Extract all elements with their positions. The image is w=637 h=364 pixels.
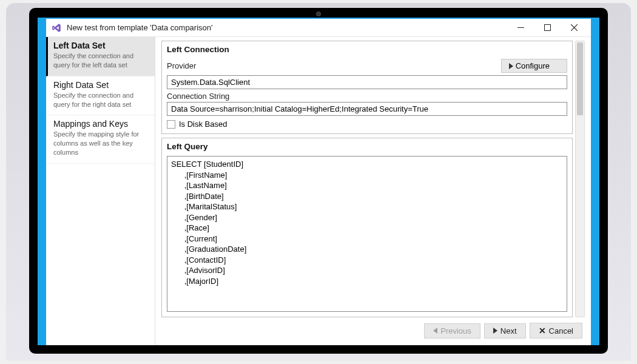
connection-string-label: Connection String bbox=[167, 92, 567, 101]
sidebar-step-left[interactable]: Left Data Set Specify the connection and… bbox=[46, 37, 155, 76]
group-title: Left Connection bbox=[167, 45, 567, 54]
query-textarea[interactable]: SELECT [StudentID] ,[FirstName] ,[LastNa… bbox=[167, 156, 567, 312]
play-icon bbox=[509, 63, 513, 69]
dialog-window: New test from template 'Data comparison' bbox=[46, 19, 591, 345]
group-title: Left Query bbox=[167, 142, 567, 151]
sidebar-step-title: Left Data Set bbox=[53, 41, 149, 50]
minimize-button[interactable] bbox=[507, 19, 534, 36]
close-button[interactable] bbox=[561, 19, 587, 36]
sidebar-step-desc: Specify the connection and query for the… bbox=[53, 91, 149, 109]
sidebar-step-right[interactable]: Right Data Set Specify the connection an… bbox=[46, 76, 155, 116]
monitor-bezel: New test from template 'Data comparison' bbox=[29, 8, 608, 354]
previous-button[interactable]: Previous bbox=[424, 323, 480, 339]
disk-based-label: Is Disk Based bbox=[179, 120, 227, 129]
cancel-button[interactable]: ✕ Cancel bbox=[530, 323, 582, 339]
configure-button-label: Configure bbox=[516, 61, 550, 70]
monitor-frame: New test from template 'Data comparison' bbox=[6, 3, 631, 361]
desktop-screen: New test from template 'Data comparison' bbox=[38, 18, 599, 345]
left-connection-group: Left Connection Provider Configure bbox=[161, 41, 573, 134]
sidebar-step-title: Right Data Set bbox=[53, 80, 149, 90]
wizard-content: Left Connection Provider Configure bbox=[155, 37, 591, 345]
scrollbar-thumb[interactable] bbox=[577, 42, 583, 115]
wizard-footer: Previous Next ✕ Cancel bbox=[161, 317, 585, 342]
sidebar-step-desc: Specify the connection and query for the… bbox=[53, 52, 149, 70]
maximize-button[interactable] bbox=[534, 19, 561, 36]
left-query-group: Left Query SELECT [StudentID] ,[FirstNam… bbox=[161, 138, 573, 317]
visual-studio-icon bbox=[51, 22, 62, 33]
sidebar-step-desc: Specify the mapping style for columns as… bbox=[53, 130, 149, 157]
next-button[interactable]: Next bbox=[484, 323, 526, 339]
sidebar-step-title: Mappings and Keys bbox=[53, 119, 149, 129]
provider-label: Provider bbox=[167, 61, 196, 70]
chevron-left-icon bbox=[433, 328, 437, 334]
wizard-sidebar: Left Data Set Specify the connection and… bbox=[46, 37, 155, 345]
sidebar-step-mappings[interactable]: Mappings and Keys Specify the mapping st… bbox=[46, 115, 155, 164]
vertical-scrollbar[interactable] bbox=[575, 41, 585, 317]
provider-field[interactable] bbox=[167, 75, 567, 89]
chevron-right-icon bbox=[493, 328, 497, 334]
titlebar[interactable]: New test from template 'Data comparison' bbox=[46, 19, 591, 37]
configure-button[interactable]: Configure bbox=[501, 59, 567, 73]
connection-string-field[interactable] bbox=[167, 102, 567, 116]
window-title: New test from template 'Data comparison' bbox=[67, 23, 213, 32]
next-button-label: Next bbox=[500, 326, 517, 335]
cancel-button-label: Cancel bbox=[549, 326, 573, 335]
previous-button-label: Previous bbox=[440, 326, 471, 335]
svg-rect-1 bbox=[544, 25, 550, 31]
disk-based-checkbox[interactable] bbox=[167, 120, 175, 129]
camera-dot bbox=[316, 12, 321, 16]
close-icon: ✕ bbox=[539, 326, 546, 335]
